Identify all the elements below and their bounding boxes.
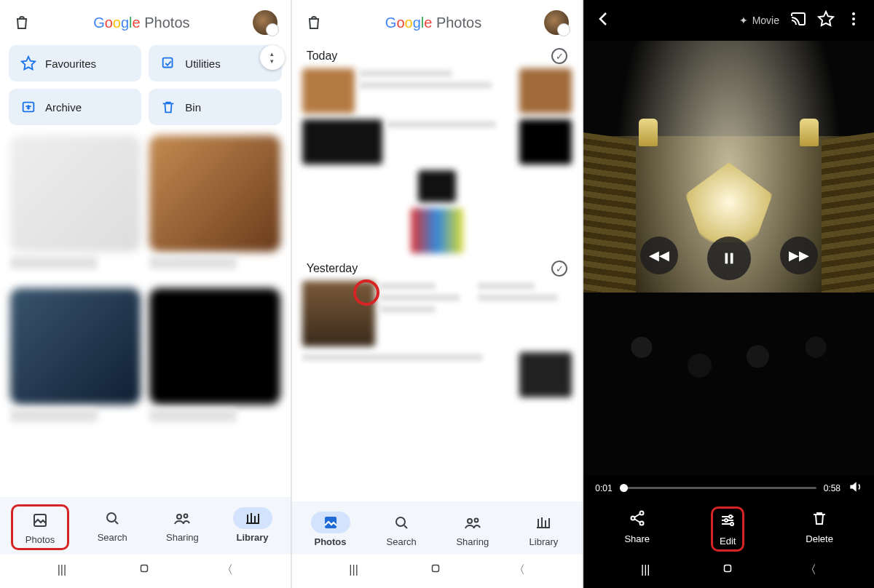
recents-button[interactable]: ||| xyxy=(58,563,66,576)
chip-label: Utilities xyxy=(185,57,220,70)
svg-rect-6 xyxy=(141,565,147,572)
account-avatar[interactable] xyxy=(253,10,277,35)
app-logo: Google Photos xyxy=(385,15,481,31)
screen-photos-feed: Google Photos Today ✓ Yesterday ✓ xyxy=(292,0,584,588)
nav-photos[interactable]: Photos xyxy=(11,504,69,550)
photo-thumb[interactable] xyxy=(418,170,456,202)
section-title: Yesterday xyxy=(307,262,358,275)
svg-rect-11 xyxy=(433,565,439,572)
bottom-nav: Photos Search Sharing Library xyxy=(292,501,583,555)
svg-point-4 xyxy=(177,514,181,519)
print-store-icon[interactable] xyxy=(305,14,323,31)
video-topbar: ✦ Movie xyxy=(583,0,874,41)
nav-library[interactable]: Library xyxy=(516,509,570,550)
section-header-today: Today ✓ xyxy=(292,41,583,68)
album-label xyxy=(10,256,98,269)
favourite-star-icon[interactable] xyxy=(817,10,835,31)
progress-bar[interactable]: 0:01 0:58 xyxy=(583,475,874,499)
nav-label: Photos xyxy=(314,536,346,547)
nav-sharing[interactable]: Sharing xyxy=(446,509,500,550)
action-label: Share xyxy=(624,533,650,544)
rewind-button[interactable]: ◀◀ xyxy=(640,237,678,274)
star-icon xyxy=(20,55,36,71)
nav-search[interactable]: Search xyxy=(85,504,139,550)
album-grid xyxy=(0,135,291,432)
nav-sharing[interactable]: Sharing xyxy=(155,504,209,550)
screen-library: Google Photos Favourites Utilities Archi… xyxy=(0,0,292,588)
album-label xyxy=(149,256,237,269)
account-avatar[interactable] xyxy=(544,10,569,35)
svg-point-21 xyxy=(725,519,728,522)
trash-icon xyxy=(811,509,828,529)
print-store-icon[interactable] xyxy=(13,14,31,31)
photo-thumb[interactable] xyxy=(302,119,382,164)
home-button[interactable] xyxy=(429,562,442,578)
svg-point-22 xyxy=(731,523,733,525)
album-card[interactable] xyxy=(149,288,280,405)
forward-button[interactable]: ▶▶ xyxy=(780,237,818,274)
svg-point-5 xyxy=(184,514,188,518)
library-icon xyxy=(524,512,563,533)
screen-video-player: ✦ Movie ◀◀ ▶▶ 0:01 0:58 xyxy=(583,0,874,588)
android-nav: ||| 〈 xyxy=(292,555,583,588)
sparkle-icon: ✦ xyxy=(739,15,748,26)
video-viewport[interactable]: ◀◀ ▶▶ xyxy=(583,41,874,475)
svg-rect-16 xyxy=(731,253,733,263)
action-edit[interactable]: Edit xyxy=(711,506,744,552)
chip-bin[interactable]: Bin xyxy=(149,89,281,125)
chip-favourites[interactable]: Favourites xyxy=(9,45,141,82)
pause-button[interactable] xyxy=(707,237,751,280)
svg-point-14 xyxy=(852,23,855,25)
reorder-toggle[interactable]: ▴▾ xyxy=(260,45,285,70)
scene-decoration xyxy=(800,119,819,146)
seek-track[interactable] xyxy=(620,487,816,489)
highlight-circle xyxy=(353,279,379,306)
android-nav: ||| 〈 xyxy=(583,555,874,588)
photos-icon xyxy=(311,512,350,533)
video-actions: Share Edit Delete xyxy=(583,499,874,555)
back-button[interactable]: 〈 xyxy=(513,563,525,578)
action-share[interactable]: Share xyxy=(618,506,656,552)
action-delete[interactable]: Delete xyxy=(800,506,839,552)
svg-point-10 xyxy=(474,519,478,523)
recents-button[interactable]: ||| xyxy=(641,563,650,576)
home-button[interactable] xyxy=(138,562,151,578)
home-button[interactable] xyxy=(721,562,734,578)
select-all-icon[interactable]: ✓ xyxy=(551,261,567,277)
action-label: Delete xyxy=(806,533,833,544)
photo-thumb[interactable] xyxy=(519,352,572,397)
album-card[interactable] xyxy=(149,135,280,252)
album-card[interactable] xyxy=(10,135,141,252)
scene-decoration xyxy=(639,119,658,146)
recents-button[interactable]: ||| xyxy=(349,563,358,576)
nav-label: Library xyxy=(237,532,269,543)
album-label xyxy=(10,409,98,422)
section-header-yesterday: Yesterday ✓ xyxy=(292,253,583,281)
chip-archive[interactable]: Archive xyxy=(9,89,141,125)
svg-point-13 xyxy=(852,17,855,20)
overflow-menu-icon[interactable] xyxy=(845,10,862,31)
media-type-label: Movie xyxy=(752,15,779,26)
cast-icon[interactable] xyxy=(790,10,807,31)
media-type-chip[interactable]: ✦ Movie xyxy=(739,15,779,26)
back-button[interactable]: 〈 xyxy=(221,563,233,578)
photo-thumb[interactable] xyxy=(411,208,463,253)
trash-icon xyxy=(160,99,176,115)
album-card[interactable] xyxy=(10,288,141,405)
photo-thumb[interactable] xyxy=(519,68,572,114)
nav-label: Sharing xyxy=(166,532,199,543)
nav-library[interactable]: Library xyxy=(226,504,280,550)
select-all-icon[interactable]: ✓ xyxy=(551,48,567,64)
back-arrow-icon[interactable] xyxy=(595,10,613,31)
action-label: Edit xyxy=(720,536,736,547)
svg-point-12 xyxy=(852,12,855,15)
photo-thumb[interactable] xyxy=(519,119,572,164)
nav-photos[interactable]: Photos xyxy=(304,509,358,550)
back-button[interactable]: 〈 xyxy=(805,563,816,578)
photo-thumb[interactable] xyxy=(302,68,355,114)
volume-icon[interactable] xyxy=(848,480,862,496)
chip-label: Favourites xyxy=(45,57,96,70)
scene-angel-lights xyxy=(685,162,773,242)
nav-search[interactable]: Search xyxy=(374,509,428,550)
svg-point-8 xyxy=(396,517,405,526)
